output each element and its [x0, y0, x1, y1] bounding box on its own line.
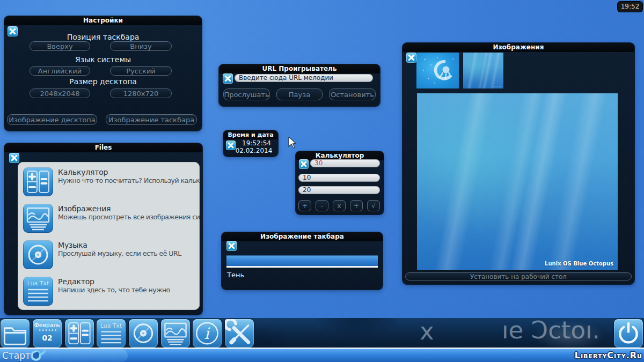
calc-operand1-field[interactable]: 10: [298, 174, 380, 182]
mouse-cursor: [288, 137, 299, 150]
taskbar-image-titlebar[interactable]: Изображение такбара: [222, 232, 383, 241]
calculator-window: Калькулятор 30 10 20 + - x ÷ √: [296, 151, 384, 215]
wallpaper-thumbnail-octopus[interactable]: [416, 53, 459, 88]
taskbar-luatxt-icon[interactable]: Lua Txt: [97, 319, 126, 348]
taskbar-image-window: Изображение такбара Тень: [222, 232, 383, 290]
power-glyph: [614, 319, 643, 348]
stop-button[interactable]: Остановить: [329, 88, 376, 100]
start-logo-icon[interactable]: [28, 349, 46, 362]
close-icon[interactable]: [299, 159, 309, 169]
lua-txt-icon[interactable]: Lua Txt: [23, 277, 53, 306]
play-button[interactable]: Прослушать: [223, 88, 270, 100]
file-item-name[interactable]: Калькулятор: [58, 168, 108, 176]
wallpaper-thumbnail-streaks[interactable]: ·····: [463, 53, 503, 88]
close-x-glyph: [228, 242, 235, 249]
calculator-glyph: [23, 167, 53, 196]
close-x-glyph: [224, 75, 231, 82]
images-glyph: [23, 204, 53, 233]
lua-txt-glyph: Lua Txt: [23, 277, 53, 306]
file-item-name[interactable]: Изображения: [58, 204, 111, 213]
set-wallpaper-button[interactable]: Установить на рабочий стол: [405, 272, 632, 280]
file-item-description: Напиши здесь то, что тебе нужно: [58, 286, 200, 294]
desktop-size-label: Размер десктопа: [4, 77, 202, 86]
files-window-titlebar[interactable]: Files: [4, 143, 202, 152]
taskbar: x ıe Ɔctoı. Февраль 02: [0, 318, 644, 348]
close-x-glyph: [408, 54, 415, 61]
calc-operand2-field[interactable]: 20: [298, 186, 380, 194]
info-glyph: i: [193, 319, 222, 348]
multiply-button[interactable]: x: [333, 200, 346, 211]
taskbar-calendar-icon[interactable]: Февраль 02: [33, 319, 62, 348]
images-glyph: [161, 319, 190, 348]
svg-text:i: i: [204, 324, 210, 343]
taskbar-position-label: Позиция таскбара: [4, 33, 202, 41]
taskbar-tools-icon[interactable]: [225, 319, 254, 348]
settings-window-titlebar[interactable]: Настройки: [4, 16, 202, 25]
wallpaper-text-x: x: [420, 317, 434, 345]
pause-button[interactable]: Пауза: [276, 88, 323, 100]
divide-button[interactable]: ÷: [350, 200, 363, 211]
octopus-logo-glyph: [416, 53, 459, 88]
close-x-glyph: [301, 161, 307, 167]
calc-result-field[interactable]: 30: [310, 159, 380, 167]
language-english-button[interactable]: Английский: [30, 66, 90, 76]
wallpaper-caption: Lunix OS Blue Octopus: [545, 261, 613, 267]
url-player-titlebar[interactable]: URL Проигрыватель: [219, 64, 380, 73]
file-item-name[interactable]: Редактор: [58, 277, 94, 286]
file-item-name[interactable]: Музыка: [58, 241, 87, 249]
time-value: 19:52:54: [236, 139, 277, 147]
tools-glyph: [225, 319, 254, 348]
svg-text:02: 02: [42, 334, 52, 342]
wallpaper-text-octo: ıe Ɔctoı.: [502, 316, 600, 344]
url-player-window: URL Проигрыватель Введите сюда URL мелод…: [219, 64, 380, 106]
images-window-titlebar[interactable]: Изображения: [402, 43, 634, 52]
libertycity-watermark: LibertyCity.Ru: [575, 350, 642, 360]
thumbnail-caption: ·····: [494, 85, 502, 88]
taskbar-texture-preview: [226, 255, 378, 268]
music-disc-glyph: [23, 240, 53, 269]
taskbar-calculator-icon[interactable]: [65, 319, 94, 348]
close-icon[interactable]: [9, 153, 19, 163]
close-icon[interactable]: [226, 241, 237, 251]
taskbar-swirl-shape: [301, 318, 397, 348]
folder-glyph: [1, 319, 30, 348]
status-clock: 19:52: [618, 2, 642, 12]
wallpaper-preview: Lunix OS Blue Octopus: [417, 93, 618, 270]
url-input[interactable]: Введите сюда URL мелодии: [235, 74, 373, 82]
octopus-swirl-glyph: [28, 349, 46, 362]
file-item-description: Можешь просмотреть все изображения систе…: [58, 213, 200, 221]
taskbar-top-button[interactable]: Вверху: [30, 41, 90, 51]
svg-text:Lua Txt: Lua Txt: [100, 322, 122, 329]
taskbar-image-button[interactable]: Изображение таскбара: [106, 114, 197, 125]
taskbar-power-icon[interactable]: [614, 319, 643, 348]
file-item-description: Нужно что-то посчитать? Используй кальку…: [58, 176, 200, 184]
svg-text:Lua Txt: Lua Txt: [27, 280, 49, 287]
taskbar-info-icon[interactable]: i: [193, 319, 222, 348]
close-icon[interactable]: [223, 73, 233, 84]
language-russian-button[interactable]: Русский: [110, 66, 172, 76]
music-disc-glyph: [129, 319, 158, 348]
taskbar-bottom-button[interactable]: Внизу: [110, 41, 172, 51]
calculator-icon[interactable]: [23, 167, 53, 196]
sqrt-button[interactable]: √: [367, 200, 380, 211]
close-icon[interactable]: [406, 53, 416, 63]
images-window: Изображения ····· Lunix OS Blue Octopus …: [402, 43, 634, 284]
start-button[interactable]: Старт: [2, 350, 31, 361]
size-2048-button[interactable]: 2048x2048: [30, 88, 90, 98]
taskbar-images-icon[interactable]: [161, 319, 190, 348]
datetime-window: Время и дата 19:52:54 02.02.2014: [223, 130, 278, 157]
plus-button[interactable]: +: [298, 200, 311, 211]
size-1280-button[interactable]: 1280x720: [110, 88, 172, 98]
taskbar-music-icon[interactable]: [129, 319, 158, 348]
images-icon[interactable]: [23, 204, 53, 233]
minus-button[interactable]: -: [316, 200, 328, 211]
taskbar-folder-icon[interactable]: [1, 319, 30, 348]
music-disc-icon[interactable]: [23, 240, 53, 269]
files-window: Files Калькулятор Нужно что-то посчитать…: [4, 143, 202, 315]
settings-window: Настройки Позиция таскбара Вверху Внизу …: [4, 16, 202, 131]
calendar-glyph: Февраль 02: [33, 319, 62, 348]
desktop-image-button[interactable]: Изображение десктопа: [7, 114, 97, 125]
datetime-titlebar[interactable]: Время и дата: [223, 130, 278, 139]
svg-text:Февраль: Февраль: [34, 322, 61, 329]
shadow-label: Тень: [227, 271, 244, 279]
